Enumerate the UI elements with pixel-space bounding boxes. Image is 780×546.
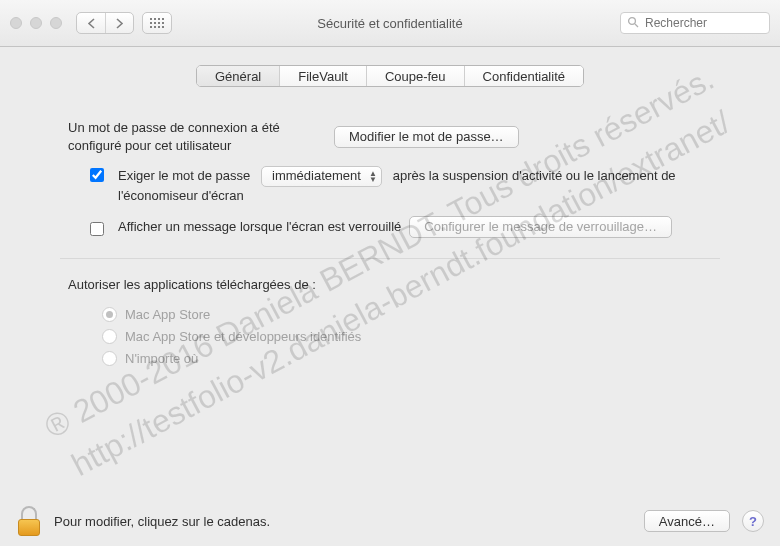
gatekeeper-title: Autoriser les applications téléchargées … <box>68 277 712 292</box>
svg-rect-3 <box>162 18 164 20</box>
gatekeeper-option-mas[interactable]: Mac App Store <box>102 304 712 326</box>
forward-button[interactable] <box>105 13 133 33</box>
footer: Pour modifier, cliquez sur le cadenas. A… <box>0 496 780 546</box>
svg-rect-2 <box>158 18 160 20</box>
svg-rect-5 <box>154 22 156 24</box>
radio-icon <box>102 351 117 366</box>
lock-message-row: Afficher un message lorsque l'écran est … <box>90 216 712 238</box>
radio-icon <box>102 307 117 322</box>
tab-privacy[interactable]: Confidentialité <box>464 66 583 86</box>
svg-rect-8 <box>150 26 152 28</box>
content-area: Un mot de passe de connexion a été confi… <box>0 87 780 390</box>
search-field-wrap[interactable] <box>620 12 770 34</box>
toolbar: Sécurité et confidentialité <box>0 0 780 47</box>
gatekeeper-option-mas-dev[interactable]: Mac App Store et développeurs identifiés <box>102 326 712 348</box>
chevron-right-icon <box>115 18 124 29</box>
radio-icon <box>102 329 117 344</box>
show-all-button[interactable] <box>142 12 172 34</box>
require-password-row: Exiger le mot de passe immédiatement ▲▼ … <box>90 166 712 206</box>
password-group: Un mot de passe de connexion a été confi… <box>48 105 732 258</box>
popup-steppers-icon: ▲▼ <box>369 171 377 183</box>
tab-bar: Général FileVault Coupe-feu Confidential… <box>0 65 780 87</box>
search-input[interactable] <box>643 15 780 31</box>
svg-line-13 <box>635 24 638 27</box>
close-window-icon[interactable] <box>10 17 22 29</box>
show-lock-message-label: Afficher un message lorsque l'écran est … <box>118 219 401 234</box>
change-password-button[interactable]: Modifier le mot de passe… <box>334 126 519 148</box>
svg-rect-11 <box>162 26 164 28</box>
require-password-delay-popup[interactable]: immédiatement ▲▼ <box>261 166 382 187</box>
minimize-window-icon[interactable] <box>30 17 42 29</box>
password-set-label: Un mot de passe de connexion a été confi… <box>68 119 318 154</box>
svg-point-12 <box>629 17 636 24</box>
set-lock-message-button[interactable]: Configurer le message de verrouillage… <box>409 216 672 238</box>
window-controls <box>10 17 62 29</box>
lock-hint-label: Pour modifier, cliquez sur le cadenas. <box>54 514 270 529</box>
gatekeeper-option-label: Mac App Store <box>125 307 210 322</box>
svg-rect-9 <box>154 26 156 28</box>
svg-rect-4 <box>150 22 152 24</box>
svg-rect-6 <box>158 22 160 24</box>
back-button[interactable] <box>77 13 105 33</box>
nav-segmented <box>76 12 134 34</box>
advanced-button[interactable]: Avancé… <box>644 510 730 532</box>
help-button[interactable]: ? <box>742 510 764 532</box>
zoom-window-icon[interactable] <box>50 17 62 29</box>
gatekeeper-group: Autoriser les applications téléchargées … <box>48 259 732 390</box>
lock-button[interactable] <box>16 506 42 536</box>
require-password-delay-value: immédiatement <box>272 167 361 186</box>
gatekeeper-option-label: Mac App Store et développeurs identifiés <box>125 329 361 344</box>
show-lock-message-checkbox[interactable] <box>90 222 104 236</box>
gatekeeper-option-label: N'importe où <box>125 351 198 366</box>
svg-rect-7 <box>162 22 164 24</box>
lock-body-icon <box>18 519 40 536</box>
require-password-label: Exiger le mot de passe <box>118 168 250 183</box>
tab-general[interactable]: Général <box>197 66 279 86</box>
tab-firewall[interactable]: Coupe-feu <box>366 66 464 86</box>
svg-rect-10 <box>158 26 160 28</box>
chevron-left-icon <box>87 18 96 29</box>
tab-filevault[interactable]: FileVault <box>279 66 366 86</box>
require-password-checkbox[interactable] <box>90 168 104 182</box>
svg-rect-1 <box>154 18 156 20</box>
search-icon <box>627 16 639 31</box>
gatekeeper-option-anywhere[interactable]: N'importe où <box>102 348 712 370</box>
apps-grid-icon <box>150 18 164 28</box>
svg-rect-0 <box>150 18 152 20</box>
